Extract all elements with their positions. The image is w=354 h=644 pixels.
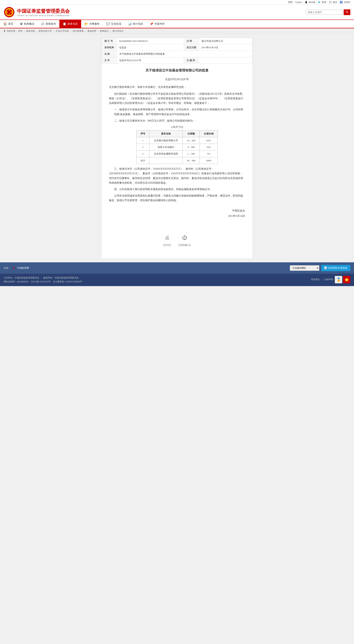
- site-footer: 链接： 🏛 中国政府网 行业相关网站 📊 政府网站年度报表 主办单位：中国证券监…: [0, 262, 354, 286]
- breadcrumb: ▶ 当前位置： 首页 » 政务信息 » 政务信息公开 » 主动公开目录 » 按主…: [0, 28, 354, 34]
- header: 中国证券监督管理委员会 CHINA SECURITIES REGULATORY …: [0, 5, 354, 20]
- accessibility-link[interactable]: 无障碍: [344, 1, 350, 4]
- power-icon: ⏻: [182, 233, 187, 242]
- content-wrapper: 索 引 号 bm56000001/2013-00028533 分 类 新公司设立…: [101, 38, 253, 259]
- print-button[interactable]: 🖨 【打印】: [162, 233, 172, 248]
- footer-bottom: 主办单位：中国证券监督管理委员会 版权所有：中国证券监督管理委员会 网站识别码：…: [0, 274, 354, 286]
- home-icon: 🏠: [3, 22, 7, 26]
- doc-section1: 一、核准设立中加基金管理有限公司，核准公司章程，公司住所为：北京市顺义区仁和镇顺…: [114, 107, 245, 116]
- weibo-icon: 🐦: [318, 1, 321, 4]
- nav-item-special[interactable]: 📌 专题专栏: [146, 20, 168, 28]
- interaction-icon: 💬: [106, 22, 110, 26]
- nav-item-govinfo[interactable]: 📋 政务信息: [59, 20, 81, 28]
- nav-item-about[interactable]: 🏛 机构概况: [17, 20, 38, 28]
- cell-row1-3: 33%: [199, 144, 218, 150]
- meta-table: 索 引 号 bm56000001/2013-00028533 分 类 新公司设立…: [102, 38, 252, 64]
- date-label: 发文日期: [184, 44, 199, 51]
- doc-actions: 🖨 【打印】 ⏻ 【关闭窗口】: [109, 229, 245, 251]
- close-button[interactable]: ⏻ 【关闭窗口】: [177, 233, 192, 248]
- gov-badges: 🏅 ⭐: [335, 276, 350, 283]
- breadcrumb-bytheme[interactable]: 按主题查看: [73, 30, 84, 32]
- search-button[interactable]: [344, 10, 350, 15]
- accessibility-icon: ♿: [340, 1, 342, 4]
- breadcrumb-govinfo[interactable]: 政务信息: [26, 30, 35, 32]
- gov-link[interactable]: 中国政府网: [17, 266, 29, 270]
- breadcrumb-institution[interactable]: 机构设立: [100, 30, 109, 32]
- table-row: 3 北京有色金属研究总院 1，500 5%: [136, 150, 218, 157]
- nav-item-home[interactable]: 🏠 首页: [0, 20, 17, 28]
- date-value: 2013年03月14日: [199, 44, 252, 51]
- nav-label-govinfo: 政务信息: [68, 22, 78, 26]
- document-area: 关于核准设立中加基金管理有限公司的批复 证监许可[2013]247号 北京银行股…: [102, 64, 252, 255]
- search-icon: [345, 10, 348, 14]
- table-header-3: 出资比例: [199, 130, 218, 137]
- about-icon: 🏛: [20, 22, 23, 26]
- table-header-2: 出资额: [183, 130, 200, 137]
- nav-item-news[interactable]: 📰 新闻发布: [38, 20, 59, 28]
- shareholder-table: 序号 股东名称 出资额 出资比例 1 北京银行股份有限公司 18，600 62%…: [136, 130, 218, 164]
- docnum-value: 证监许可[2013]247号: [117, 57, 184, 64]
- footer-host: 主办单位：中国证券监督管理委员会 版权所有：中国证券监督管理委员会: [4, 276, 82, 280]
- cell-row0-1: 北京银行股份有限公司: [149, 137, 183, 144]
- search-input[interactable]: [306, 10, 342, 15]
- breadcrumb-home[interactable]: 首页: [18, 30, 23, 32]
- nav-item-service[interactable]: 📂 办事服务: [81, 20, 103, 28]
- special-icon: 📌: [150, 22, 153, 26]
- contact-link[interactable]: 联系我们: [311, 278, 320, 281]
- nav-label-interaction: 互动交流: [111, 22, 121, 26]
- cell-total-1: [149, 157, 183, 164]
- footer-links-left: 链接： 🏛 中国政府网: [4, 266, 29, 270]
- doc-sign-org: 中国证监会: [109, 208, 245, 213]
- breadcrumb-directory[interactable]: 主动公开目录: [56, 30, 69, 32]
- table-row: 2 加拿大丰业银行 9，900 33%: [136, 144, 218, 150]
- logo-en: CHINA SECURITIES REGULATORY COMMISSION: [17, 14, 70, 16]
- badge2-icon: ⭐: [344, 278, 349, 282]
- gov-icon: 🏛: [13, 266, 15, 270]
- cell-row0-3: 62%: [199, 137, 218, 144]
- top-bar: 繁體 | English | 📱 移动端 | 🐦 微博 | 💬 微信 | ♿ 无…: [0, 0, 354, 5]
- footer-top: 链接： 🏛 中国政府网 行业相关网站 📊 政府网站年度报表: [0, 262, 354, 274]
- legal-link[interactable]: 法律声明: [324, 278, 333, 281]
- svg-point-7: [346, 11, 347, 12]
- cell-row1-0: 2: [136, 144, 149, 150]
- cell-row2-2: 1，500: [183, 150, 200, 157]
- docnum-label: 文 号: [102, 57, 117, 64]
- svg-line-8: [347, 12, 348, 13]
- logo-title: 中国证券监督管理委员会 CHINA SECURITIES REGULATORY …: [17, 8, 70, 16]
- sector-select[interactable]: 行业相关网站: [290, 265, 319, 271]
- doc-subtitle: 证监许可[2013]247号: [109, 77, 245, 82]
- table-row-total: 合计 30，000 100%: [136, 157, 218, 164]
- cell-row1-1: 加拿大丰业银行: [149, 144, 183, 150]
- mobile-link[interactable]: 移动端: [309, 1, 315, 4]
- category-label: 分 类: [184, 38, 199, 44]
- nav-item-interaction[interactable]: 💬 互动交流: [103, 20, 125, 28]
- doc-title: 关于核准设立中加基金管理有限公司的批复: [109, 68, 245, 73]
- name-label: 名 称: [102, 51, 117, 57]
- cell-row2-1: 北京有色金属研究总院: [149, 150, 183, 157]
- doc-para-last: 公司应当按照诚实信用原则认真履行职责，与股东之间建立有效的风险隔离制度，严格自律…: [109, 194, 245, 203]
- name-value: 关于核准设立中加基金管理有限公司的批复: [117, 51, 252, 57]
- nav-label-news: 新闻发布: [46, 22, 56, 26]
- nav-item-stats[interactable]: 📊 统计信息: [125, 20, 146, 28]
- print-label: 【打印】: [162, 243, 172, 247]
- badge2: ⭐: [343, 276, 350, 283]
- breadcrumb-openinfo[interactable]: 政务信息公开: [39, 30, 52, 32]
- weibo-link[interactable]: 微博: [322, 1, 326, 4]
- breadcrumb-fundsupervision[interactable]: 基金监管: [87, 30, 96, 32]
- footer-links-right: 行业相关网站 📊 政府网站年度报表: [290, 265, 350, 271]
- weixin-link[interactable]: 微信: [333, 1, 337, 4]
- nav-label-home: 首页: [8, 22, 13, 26]
- org-value: 证监会: [117, 44, 184, 51]
- footer-bottom-left: 主办单位：中国证券监督管理委员会 版权所有：中国证券监督管理委员会 网站识别码：…: [4, 276, 82, 284]
- cell-total-2: 30，000: [183, 157, 200, 164]
- lang-english[interactable]: English: [295, 1, 302, 4]
- badge1-icon: 🏅: [336, 278, 341, 282]
- report-button[interactable]: 📊 政府网站年度报表: [321, 265, 350, 271]
- govinfo-icon: 📋: [63, 22, 66, 26]
- org-label: 发布机构: [102, 44, 117, 51]
- breadcrumb-newcompany[interactable]: 新公司设立: [113, 30, 124, 32]
- badge1: 🏅: [335, 276, 342, 283]
- cell-row0-0: 1: [136, 137, 149, 144]
- lang-traditional[interactable]: 繁體: [288, 1, 293, 4]
- cell-row2-3: 5%: [199, 150, 218, 157]
